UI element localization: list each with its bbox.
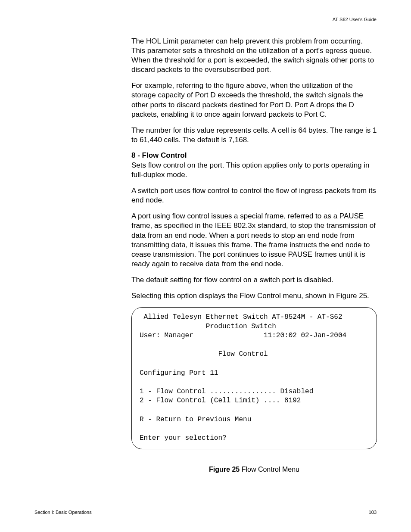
figure-caption-text: Flow Control Menu xyxy=(240,466,299,473)
paragraph-example: For example, referring to the figure abo… xyxy=(131,81,377,119)
terminal-line-3b: 11:20:02 02-Jan-2004 xyxy=(264,332,346,339)
terminal-line-4: Flow Control xyxy=(140,350,268,358)
paragraph-default-setting: The default setting for flow control on … xyxy=(131,275,377,285)
figure-label: Figure 25 xyxy=(209,466,240,473)
terminal-line-8: R - Return to Previous Menu xyxy=(140,416,251,423)
footer-section: Section I: Basic Operations xyxy=(34,510,92,515)
heading-flow-control: 8 - Flow Control xyxy=(131,151,377,160)
paragraph-ingress: A switch port uses flow control to contr… xyxy=(131,186,377,205)
footer-page-number: 103 xyxy=(369,510,377,515)
paragraph-cell-range: The number for this value represents cel… xyxy=(131,126,377,145)
terminal-line-5: Configuring Port 11 xyxy=(140,369,218,377)
paragraph-figure-ref: Selecting this option displays the Flow … xyxy=(131,291,377,301)
paragraph-flow-control-desc: Sets flow control on the port. This opti… xyxy=(131,161,377,180)
terminal-line-1: Allied Telesyn Ethernet Switch AT-8524M … xyxy=(140,313,342,321)
terminal-line-2: Production Switch xyxy=(140,323,276,330)
terminal-line-7: 2 - Flow Control (Cell Limit) .... 8192 xyxy=(140,397,301,404)
terminal-screenshot: Allied Telesyn Ethernet Switch AT-8524M … xyxy=(131,307,377,449)
paragraph-pause-frame: A port using flow control issues a speci… xyxy=(131,212,377,269)
terminal-line-3a: User: Manager xyxy=(140,332,193,339)
paragraph-hol-limit: The HOL Limit parameter can help prevent… xyxy=(131,37,377,75)
header-guide-title: AT-S62 User's Guide xyxy=(333,17,377,22)
terminal-line-9: Enter your selection? xyxy=(140,434,227,442)
figure-caption: Figure 25 Flow Control Menu xyxy=(131,466,377,473)
main-content: The HOL Limit parameter can help prevent… xyxy=(131,37,377,473)
terminal-line-6: 1 - Flow Control ................ Disabl… xyxy=(140,388,313,395)
